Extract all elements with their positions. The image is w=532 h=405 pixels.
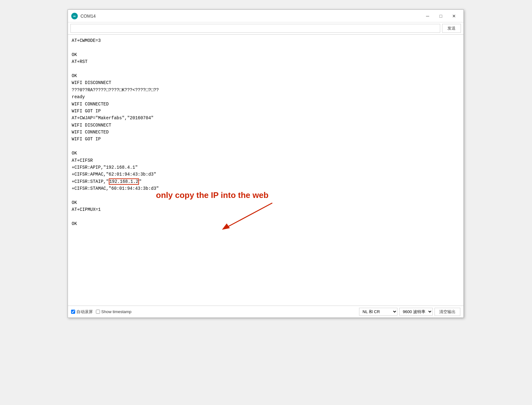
- timestamp-checkbox[interactable]: [96, 310, 100, 314]
- minimize-button[interactable]: ─: [421, 12, 434, 20]
- serial-input[interactable]: [70, 24, 440, 33]
- timestamp-checkbox-label[interactable]: Show timestamp: [96, 309, 131, 314]
- ip-address-highlight: 192.168.1.2: [109, 178, 139, 185]
- line-ending-select[interactable]: NL 和 CR No line ending Newline Carriage …: [359, 308, 397, 316]
- autoscroll-checkbox[interactable]: [71, 310, 75, 314]
- serial-output-area[interactable]: AT+CWMODE=3 OK AT+RST OK WIFI DISCONNECT…: [68, 35, 463, 306]
- titlebar: ∞ COM14 ─ □ ✕: [68, 10, 463, 22]
- input-bar: 发送: [68, 22, 463, 35]
- maximize-button[interactable]: □: [435, 12, 447, 20]
- close-button[interactable]: ✕: [448, 12, 460, 20]
- timestamp-label: Show timestamp: [101, 309, 131, 314]
- send-button[interactable]: 发送: [442, 24, 461, 33]
- statusbar-left: 自动滚屏 Show timestamp: [71, 309, 356, 315]
- statusbar: 自动滚屏 Show timestamp NL 和 CR No line endi…: [68, 306, 463, 318]
- arduino-serial-window: ∞ COM14 ─ □ ✕ 发送 AT+CWMODE=3 OK AT+RST O…: [68, 9, 464, 318]
- autoscroll-label: 自动滚屏: [76, 309, 93, 315]
- autoscroll-checkbox-label[interactable]: 自动滚屏: [71, 309, 93, 315]
- statusbar-right: NL 和 CR No line ending Newline Carriage …: [359, 308, 460, 316]
- window-title: COM14: [80, 14, 421, 19]
- baud-rate-select[interactable]: 9600 波特率 300 1200 2400 4800 19200 38400 …: [399, 308, 433, 316]
- serial-text: AT+CWMODE=3 OK AT+RST OK WIFI DISCONNECT…: [72, 37, 460, 228]
- clear-output-button[interactable]: 清空输出: [435, 308, 460, 316]
- svg-text:∞: ∞: [73, 14, 76, 18]
- arduino-logo-icon: ∞: [71, 13, 78, 20]
- window-controls: ─ □ ✕: [421, 12, 460, 20]
